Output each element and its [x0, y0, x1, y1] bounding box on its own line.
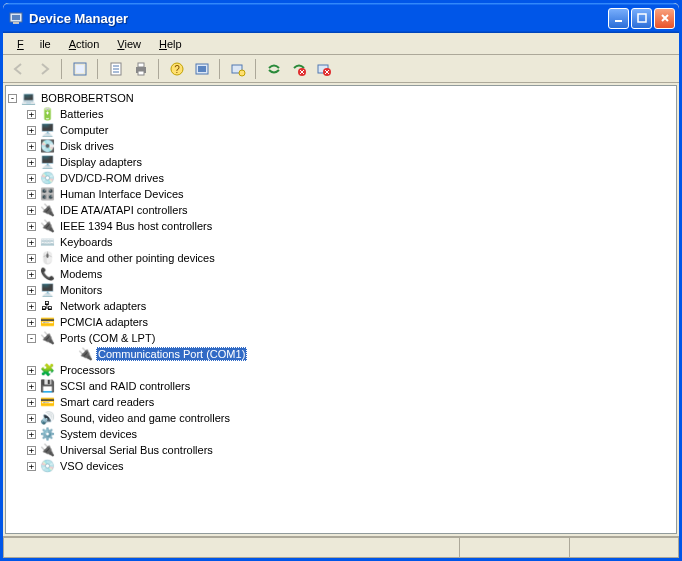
tree-node[interactable]: +💿DVD/CD-ROM drives — [8, 170, 674, 186]
uninstall-button[interactable] — [312, 58, 335, 80]
expand-icon[interactable]: + — [27, 414, 36, 423]
device-icon: 🖧 — [39, 298, 55, 314]
tree-node[interactable]: +💾SCSI and RAID controllers — [8, 378, 674, 394]
tree-node[interactable]: +🖥️Display adapters — [8, 154, 674, 170]
expand-icon[interactable]: + — [27, 302, 36, 311]
tree-node[interactable]: +⚙️System devices — [8, 426, 674, 442]
tree-label[interactable]: IDE ATA/ATAPI controllers — [58, 203, 190, 217]
expand-icon[interactable]: + — [27, 318, 36, 327]
tree-node[interactable]: +🖱️Mice and other pointing devices — [8, 250, 674, 266]
device-icon: 🔊 — [39, 410, 55, 426]
update-driver-button[interactable] — [262, 58, 285, 80]
tree-label[interactable]: Ports (COM & LPT) — [58, 331, 157, 345]
device-icon: 💻 — [20, 90, 36, 106]
window: Device Manager File Action View Help ? -… — [0, 0, 682, 561]
tree-node[interactable]: +🖧Network adapters — [8, 298, 674, 314]
maximize-button[interactable] — [631, 8, 652, 29]
tree-node[interactable]: 🔌Communications Port (COM1) — [8, 346, 674, 362]
tree-label[interactable]: Monitors — [58, 283, 104, 297]
tree-label[interactable]: Display adapters — [58, 155, 144, 169]
tree-label[interactable]: Mice and other pointing devices — [58, 251, 217, 265]
menubar: File Action View Help — [3, 33, 679, 55]
expand-icon[interactable]: + — [27, 430, 36, 439]
tree-node[interactable]: +💳Smart card readers — [8, 394, 674, 410]
tree-label[interactable]: Network adapters — [58, 299, 148, 313]
scan-button[interactable] — [226, 58, 249, 80]
device-icon: 🖥️ — [39, 282, 55, 298]
expand-icon[interactable]: + — [27, 110, 36, 119]
tree-node[interactable]: -💻BOBROBERTSON — [8, 90, 674, 106]
menu-help[interactable]: Help — [151, 36, 190, 52]
tree-node[interactable]: +📞Modems — [8, 266, 674, 282]
tree-node[interactable]: -🔌Ports (COM & LPT) — [8, 330, 674, 346]
expand-icon[interactable]: + — [27, 190, 36, 199]
tree-node[interactable]: +🧩Processors — [8, 362, 674, 378]
tree-node[interactable]: +🖥️Monitors — [8, 282, 674, 298]
tree-node[interactable]: +🖥️Computer — [8, 122, 674, 138]
tree-label[interactable]: IEEE 1394 Bus host controllers — [58, 219, 214, 233]
properties-button[interactable] — [104, 58, 127, 80]
tree-node[interactable]: +⌨️Keyboards — [8, 234, 674, 250]
tree-node[interactable]: +💳PCMCIA adapters — [8, 314, 674, 330]
tree-node[interactable]: +🔋Batteries — [8, 106, 674, 122]
menu-file[interactable]: File — [9, 36, 59, 52]
separator — [219, 59, 220, 79]
print-button[interactable] — [129, 58, 152, 80]
tree-label[interactable]: Smart card readers — [58, 395, 156, 409]
disable-button[interactable] — [287, 58, 310, 80]
tree-label[interactable]: Keyboards — [58, 235, 115, 249]
menu-view[interactable]: View — [109, 36, 149, 52]
svg-text:?: ? — [174, 64, 180, 75]
expand-icon[interactable]: + — [27, 158, 36, 167]
expand-icon[interactable]: + — [27, 398, 36, 407]
tree-label[interactable]: Universal Serial Bus controllers — [58, 443, 215, 457]
tree-label[interactable]: System devices — [58, 427, 139, 441]
collapse-icon[interactable]: - — [8, 94, 17, 103]
tree-label[interactable]: Communications Port (COM1) — [96, 347, 247, 361]
tree-label[interactable]: Batteries — [58, 107, 105, 121]
tree-node[interactable]: +🔊Sound, video and game controllers — [8, 410, 674, 426]
tree-label[interactable]: Computer — [58, 123, 110, 137]
expand-icon[interactable]: + — [27, 446, 36, 455]
minimize-button[interactable] — [608, 8, 629, 29]
expand-icon[interactable]: + — [27, 206, 36, 215]
tree-node[interactable]: +🔌IDE ATA/ATAPI controllers — [8, 202, 674, 218]
close-button[interactable] — [654, 8, 675, 29]
tree-label[interactable]: PCMCIA adapters — [58, 315, 150, 329]
tree-node[interactable]: +🎛️Human Interface Devices — [8, 186, 674, 202]
tree-label[interactable]: Disk drives — [58, 139, 116, 153]
tree-label[interactable]: DVD/CD-ROM drives — [58, 171, 166, 185]
tree-view[interactable]: -💻BOBROBERTSON+🔋Batteries+🖥️Computer+💽Di… — [5, 85, 677, 534]
tree-node[interactable]: +💽Disk drives — [8, 138, 674, 154]
expand-icon[interactable]: + — [27, 174, 36, 183]
expand-icon[interactable]: + — [27, 286, 36, 295]
device-icon: ⌨️ — [39, 234, 55, 250]
expand-icon[interactable]: + — [27, 238, 36, 247]
expand-icon[interactable]: + — [27, 254, 36, 263]
help-button[interactable]: ? — [165, 58, 188, 80]
expand-icon[interactable]: + — [27, 366, 36, 375]
collapse-icon[interactable]: - — [27, 334, 36, 343]
separator — [61, 59, 62, 79]
expand-icon[interactable]: + — [27, 126, 36, 135]
expand-icon[interactable]: + — [27, 382, 36, 391]
tree-label[interactable]: BOBROBERTSON — [39, 91, 136, 105]
tree-label[interactable]: Sound, video and game controllers — [58, 411, 232, 425]
tree-label[interactable]: Processors — [58, 363, 117, 377]
expand-icon[interactable]: + — [27, 270, 36, 279]
tree-label[interactable]: SCSI and RAID controllers — [58, 379, 192, 393]
tree-node[interactable]: +🔌IEEE 1394 Bus host controllers — [8, 218, 674, 234]
device-icon: 💳 — [39, 394, 55, 410]
tree-label[interactable]: VSO devices — [58, 459, 126, 473]
titlebar[interactable]: Device Manager — [3, 3, 679, 33]
tree-label[interactable]: Human Interface Devices — [58, 187, 186, 201]
expand-icon[interactable]: + — [27, 222, 36, 231]
menu-action[interactable]: Action — [61, 36, 108, 52]
show-hidden-button[interactable] — [190, 58, 213, 80]
tree-node[interactable]: +🔌Universal Serial Bus controllers — [8, 442, 674, 458]
tree-node[interactable]: +💿VSO devices — [8, 458, 674, 474]
expand-icon[interactable]: + — [27, 462, 36, 471]
up-button[interactable] — [68, 58, 91, 80]
expand-icon[interactable]: + — [27, 142, 36, 151]
tree-label[interactable]: Modems — [58, 267, 104, 281]
